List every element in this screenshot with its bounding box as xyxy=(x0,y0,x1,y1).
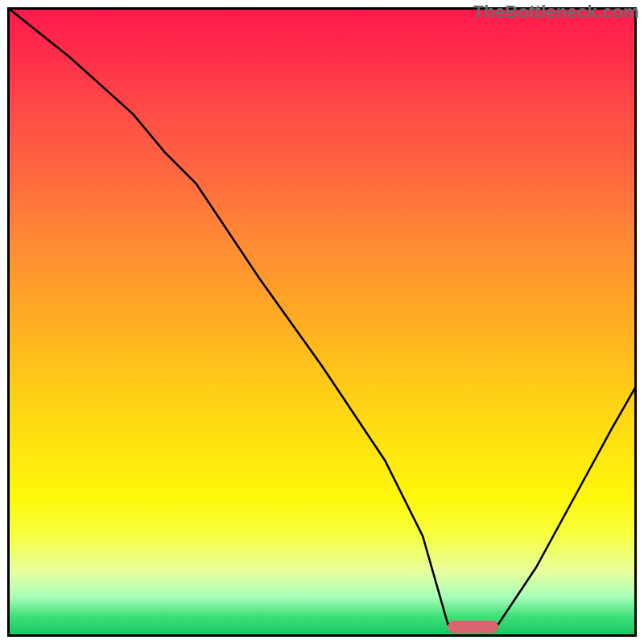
chart-frame xyxy=(7,7,637,637)
watermark-text: TheBottleneck.com xyxy=(473,2,639,23)
